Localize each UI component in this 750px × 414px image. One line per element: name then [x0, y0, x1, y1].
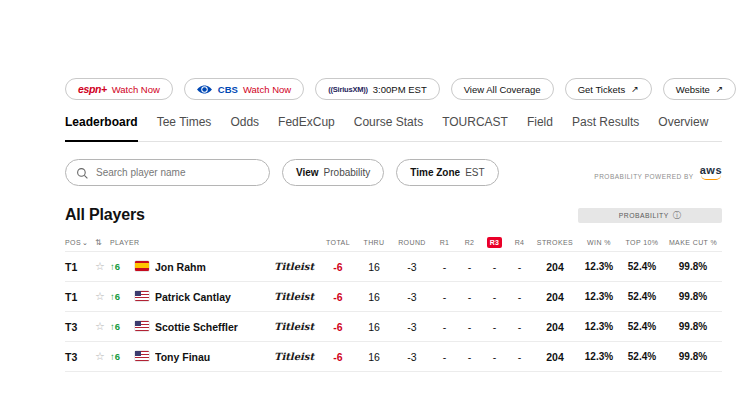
view-selector[interactable]: View Probability: [282, 159, 384, 186]
player-name: Tony Finau: [155, 351, 274, 363]
equipment-brand-logo: Titleist: [274, 351, 320, 362]
strokes: 204: [532, 291, 578, 303]
tab-fedexcup[interactable]: FedExCup: [278, 115, 335, 141]
r3-score: -: [482, 261, 507, 273]
sort-icon[interactable]: ⇅: [95, 238, 110, 247]
col-r1: R1: [432, 239, 457, 246]
thru: 16: [356, 291, 392, 303]
col-pos[interactable]: POS⌄: [65, 239, 95, 247]
website-button[interactable]: Website ↗: [663, 78, 737, 100]
total-score: -6: [320, 291, 356, 303]
equipment-brand-logo: Titleist: [274, 261, 320, 272]
timezone-value: EST: [465, 167, 484, 178]
espn-watch-label: Watch Now: [112, 84, 160, 95]
r4-score: -: [507, 351, 532, 363]
position: T3: [65, 321, 95, 333]
total-score: -6: [320, 261, 356, 273]
player-name: Scottie Scheffler: [155, 321, 274, 333]
favorite-star-icon[interactable]: ☆: [95, 260, 110, 273]
r4-score: -: [507, 291, 532, 303]
col-total: TOTAL: [320, 239, 356, 246]
r1-score: -: [432, 261, 457, 273]
siriusxm-logo: ((SiriusXM)): [328, 85, 368, 94]
tab-tourcast[interactable]: TOURCAST: [442, 115, 508, 141]
position-change: ↑6: [110, 351, 135, 362]
favorite-star-icon[interactable]: ☆: [95, 290, 110, 303]
r3-score: -: [482, 321, 507, 333]
external-link-icon: ↗: [631, 84, 639, 94]
col-r3-current-round-badge: R3: [487, 237, 503, 248]
round-score: -3: [392, 351, 432, 363]
r2-score: -: [457, 261, 482, 273]
player-row[interactable]: T1 ☆ ↑6 Patrick Cantlay Titleist -6 16 -…: [65, 282, 722, 312]
favorite-star-icon[interactable]: ☆: [95, 350, 110, 363]
get-tickets-button[interactable]: Get Tickets ↗: [565, 78, 652, 100]
tab-odds[interactable]: Odds: [230, 115, 259, 141]
siriusxm-button[interactable]: ((SiriusXM)) 3:00PM EST: [315, 78, 440, 100]
probability-powered-by: PROBABILITY POWERED BY aws: [594, 165, 722, 180]
strokes: 204: [532, 261, 578, 273]
favorite-star-icon[interactable]: ☆: [95, 320, 110, 333]
r1-score: -: [432, 321, 457, 333]
chevron-down-icon: ⌄: [82, 239, 88, 246]
round-score: -3: [392, 291, 432, 303]
country-flag-icon: [135, 351, 149, 361]
player-row[interactable]: T1 ☆ ↑6 Jon Rahm Titleist -6 16 -3 - - -…: [65, 252, 722, 282]
watch-bar: espn+ Watch Now CBS Watch Now ((SiriusXM…: [65, 78, 722, 100]
col-r4: R4: [507, 239, 532, 246]
position: T1: [65, 291, 95, 303]
r1-score: -: [432, 291, 457, 303]
search-input[interactable]: [65, 159, 270, 186]
view-value: Probability: [324, 167, 371, 178]
website-label: Website: [676, 84, 710, 95]
r3-score: -: [482, 291, 507, 303]
external-link-icon: ↗: [716, 84, 724, 94]
view-all-coverage-button[interactable]: View All Coverage: [451, 78, 554, 100]
equipment-brand-logo: Titleist: [274, 321, 320, 332]
strokes: 204: [532, 351, 578, 363]
col-player: PLAYER: [110, 239, 274, 246]
cbs-watch-label: Watch Now: [243, 84, 291, 95]
cbs-logo: CBS: [218, 84, 238, 95]
page-title: All Players: [65, 206, 145, 224]
thru: 16: [356, 351, 392, 363]
view-all-coverage-label: View All Coverage: [464, 84, 541, 95]
col-thru: THRU: [356, 239, 392, 246]
top10-probability: 52.4%: [620, 351, 664, 362]
col-r2: R2: [457, 239, 482, 246]
position-change: ↑6: [110, 261, 135, 272]
tab-tee-times[interactable]: Tee Times: [157, 115, 212, 141]
espn-watch-button[interactable]: espn+ Watch Now: [65, 78, 173, 100]
siriusxm-time: 3:00PM EST: [373, 84, 427, 95]
section-header: All Players PROBABILITY ⓘ: [65, 206, 722, 224]
probability-header-label: PROBABILITY: [619, 212, 669, 219]
cbs-watch-button[interactable]: CBS Watch Now: [184, 78, 304, 100]
search-icon: [76, 166, 89, 184]
tab-course-stats[interactable]: Course Stats: [354, 115, 423, 141]
filter-bar: View Probability Time Zone EST PROBABILI…: [65, 159, 722, 186]
tab-field[interactable]: Field: [527, 115, 553, 141]
position-change: ↑6: [110, 291, 135, 302]
col-win-pct: WIN %: [578, 239, 620, 246]
round-score: -3: [392, 261, 432, 273]
round-score: -3: [392, 321, 432, 333]
top10-probability: 52.4%: [620, 321, 664, 332]
player-name: Jon Rahm: [155, 261, 274, 273]
player-row[interactable]: T3 ☆ ↑6 Tony Finau Titleist -6 16 -3 - -…: [65, 342, 722, 372]
powered-by-text: PROBABILITY POWERED BY: [594, 173, 693, 180]
position-change: ↑6: [110, 321, 135, 332]
player-row[interactable]: T3 ☆ ↑6 Scottie Scheffler Titleist -6 16…: [65, 312, 722, 342]
get-tickets-label: Get Tickets: [578, 84, 626, 95]
tab-leaderboard[interactable]: Leaderboard: [65, 115, 138, 142]
thru: 16: [356, 321, 392, 333]
player-name: Patrick Cantlay: [155, 291, 274, 303]
win-probability: 12.3%: [578, 321, 620, 332]
make-cut-probability: 99.8%: [664, 321, 722, 332]
timezone-selector[interactable]: Time Zone EST: [396, 159, 498, 186]
tab-overview[interactable]: Overview: [658, 115, 708, 141]
info-icon[interactable]: ⓘ: [673, 210, 682, 221]
timezone-label: Time Zone: [410, 167, 460, 178]
position: T1: [65, 261, 95, 273]
tab-past-results[interactable]: Past Results: [572, 115, 639, 141]
country-flag-icon: [135, 261, 149, 271]
